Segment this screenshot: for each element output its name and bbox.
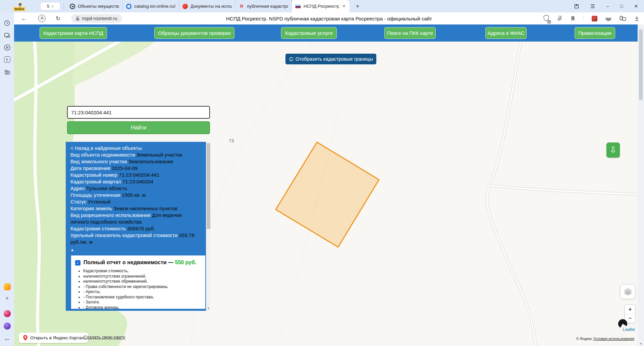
terms-of-use-link[interactable]: Условия использования [593, 337, 634, 341]
screenshot-camera-icon[interactable] [0, 69, 14, 76]
more-icon[interactable]: ••• [0, 338, 14, 341]
show-borders-label: Отобразить кадастровые границы [296, 56, 373, 62]
keys-icon[interactable] [620, 16, 626, 21]
check-icon: ✓ [76, 261, 79, 265]
tab-label: catalog.lot-online.ru/inde [134, 4, 175, 9]
map-attribution: © Яндекс Условия использования [576, 337, 634, 341]
report-checkbox[interactable]: ✓ [75, 260, 80, 266]
report-price: 550 руб. [175, 260, 197, 265]
mic-off-icon[interactable] [557, 15, 562, 21]
full-report-offer: ✓ Полный отчет о недвижимости — 550 руб.… [71, 255, 205, 309]
tab-label: Объекты имущества - Фо [78, 4, 119, 9]
chevron-down-icon: ∨ [51, 5, 54, 8]
lot-online-icon [126, 4, 131, 9]
report-item: наличие/отсутствие обременений, [83, 279, 201, 284]
shield-badge: 1 [547, 20, 551, 24]
extension-icon[interactable] [592, 16, 597, 21]
parcel-info-panel: < Назад в найденные объекты Вид объекта … [66, 142, 210, 311]
tab-counter-button[interactable]: 5 ∨ [40, 2, 60, 10]
pink-app-icon[interactable] [0, 310, 14, 317]
open-in-yandex-maps-button[interactable]: Открыть в Яндекс.Картах [19, 333, 88, 343]
create-own-map-link[interactable]: Создать свою карту [84, 335, 125, 340]
tabs-count-icon[interactable]: 5 [0, 56, 14, 63]
report-header: ✓ Полный отчет о недвижимости — 550 руб. [75, 260, 201, 266]
maximize-button[interactable]: □ [620, 4, 623, 9]
tab-cadastral-search[interactable]: Я публичная кадастровая [235, 0, 292, 12]
tab-label: НСПД Росреестр. NSP [304, 4, 339, 9]
field-specific-value: Удельный показатель кадастровой стоимост… [70, 232, 201, 245]
url-field[interactable]: nspd-rosreestr.ru [71, 14, 122, 23]
layers-icon [624, 288, 632, 296]
field-cadastral-value: Кадастровая стоимость 305670 руб. [70, 225, 201, 232]
panel-scrollbar-thumb[interactable] [207, 143, 210, 229]
map-pin-icon [23, 335, 28, 341]
menu-icon[interactable]: ☰ [591, 3, 595, 9]
page-scrollbar-thumb[interactable] [639, 29, 643, 100]
collapse-triangle[interactable]: ▲ [70, 246, 201, 253]
nav-fias-addresses-button[interactable]: Адреса в ФИАС [485, 27, 527, 39]
bookmark-icon[interactable] [571, 16, 575, 21]
field-status: Статус Учтенный [70, 198, 201, 205]
report-title: Полный отчет о недвижимости — 550 руб. [84, 260, 197, 266]
close-tab-icon[interactable]: ✕ [342, 4, 346, 8]
field-land-category: Категория земель Земли населенных пункто… [70, 205, 201, 212]
tab-documents[interactable]: Документы на исполнен [179, 0, 235, 12]
tab-objects[interactable]: ➜ Объекты имущества - Фо [66, 0, 123, 12]
tab-nspd-rosreestr-active[interactable]: НСПД Росреестр. NSP ✕ [292, 0, 350, 12]
avito-icon: ➜ [70, 4, 75, 9]
cadastral-search-input[interactable] [67, 106, 210, 119]
open-in-yandex-maps-label: Открыть в Яндекс.Картах [30, 335, 84, 340]
tab-strip: ➜ Объекты имущества - Фо catalog.lot-onl… [66, 0, 350, 12]
page-scrollbar[interactable]: ▼ [638, 24, 644, 346]
address-bar-actions: 1 [543, 12, 639, 24]
minimize-button[interactable]: – [606, 4, 609, 9]
download-icon[interactable] [634, 16, 639, 21]
show-borders-button[interactable]: Отобразить кадастровые границы [285, 54, 376, 64]
address-bar: ← Я ↻ nspd-rosreestr.ru НСПД Росреестр. … [14, 12, 644, 24]
divider [63, 3, 64, 9]
report-item: - Постановление судебного пристава, [83, 295, 201, 300]
back-button[interactable]: ← [21, 12, 27, 24]
refresh-button[interactable]: ↻ [56, 12, 60, 24]
side-panel-icon[interactable] [574, 4, 579, 9]
nav-cadastral-services-button[interactable]: Кадастровые услуги [281, 27, 337, 39]
collections-icon[interactable] [605, 18, 611, 21]
panel-scrollbar[interactable]: ▼ [206, 142, 210, 311]
panels-icon[interactable] [0, 32, 14, 39]
field-parcel-kind: Вид земельного участка Землепользование [70, 158, 201, 165]
new-tab-button[interactable]: + [353, 2, 362, 11]
play-circle-icon[interactable] [0, 44, 14, 51]
panel-scroll-down-icon[interactable]: ▼ [206, 306, 211, 311]
report-item: - Права собственности не зарегистрирован… [83, 284, 201, 290]
history-clock-icon[interactable] [0, 20, 14, 26]
field-area: Площадь уточненная 1500 кв. м [70, 192, 201, 198]
download-map-button[interactable]: ⇩ [606, 142, 620, 158]
purple-app-icon[interactable] [0, 323, 14, 330]
nav-pkk-search-button[interactable]: Поиск на ПКК карте [384, 27, 436, 39]
add-panel-icon[interactable]: + [0, 295, 14, 302]
yandex-home-icon[interactable]: Я [38, 15, 46, 22]
browser-tab-bar: Войти 5 ∨ ➜ Объекты имущества - Фо catal… [0, 0, 644, 12]
loading-spinner-icon [618, 319, 627, 328]
layers-button[interactable] [620, 284, 635, 299]
nav-document-samples-button[interactable]: Образцы документов проверки [154, 27, 234, 39]
close-window-button[interactable]: ✕ [634, 4, 638, 9]
protect-shield-icon[interactable]: 1 [543, 15, 549, 22]
browser-sidebar: 5 + ••• [0, 12, 14, 346]
find-button[interactable]: Найти [67, 121, 210, 134]
report-item: Кадастровая стоимость, [83, 269, 201, 274]
parcel-info-content: < Назад в найденные объекты Вид объекта … [66, 142, 210, 253]
orange-app-icon[interactable] [0, 283, 14, 290]
browser-window: Войти 5 ∨ ➜ Объекты имущества - Фо catal… [0, 0, 644, 346]
window-controls: ☰ – □ ✕ [574, 0, 638, 12]
nav-privatization-button[interactable]: Приватизация [575, 27, 615, 39]
field-address: Адрес Тульская область [70, 185, 201, 192]
tab-lot-online[interactable]: catalog.lot-online.ru/inde [123, 0, 179, 12]
back-to-results-link[interactable]: < Назад в найденные объекты [70, 145, 201, 152]
page-scroll-down-icon[interactable]: ▼ [638, 342, 644, 345]
nav-cadastral-map-button[interactable]: Кадастровая карта НСПД [40, 27, 107, 39]
login-badge[interactable]: Войти [13, 7, 25, 11]
zoom-in-button[interactable]: + [625, 305, 635, 314]
sync-icon [289, 57, 294, 62]
leaflet-attribution-link[interactable]: Leaflet [623, 327, 635, 332]
